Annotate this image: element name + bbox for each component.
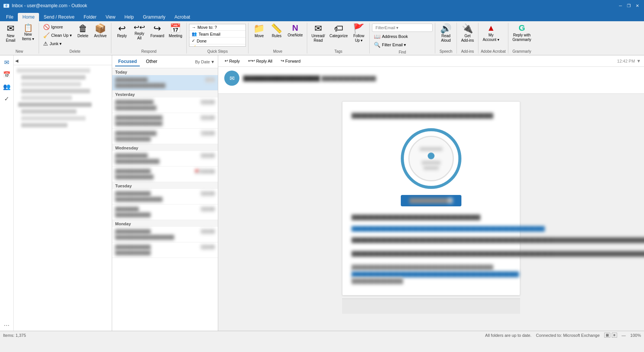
delete-button[interactable]: 🗑 Delete [75, 23, 91, 48]
new-items-button[interactable]: 📋 NewItems ▾ [20, 23, 36, 48]
reading-view-button[interactable]: ⊞ [604, 333, 610, 338]
email-time: 9:20 AM [201, 207, 215, 212]
email-item[interactable]: ████████████ 9:44 AM ████████████████ [112, 189, 218, 204]
email-sender: ████████████ [115, 169, 151, 173]
rp-forward-button[interactable]: ↪ Forward [277, 57, 304, 65]
email-item[interactable]: ███████████ 12:11 █████████████████ [112, 75, 218, 91]
nav-mail-button[interactable]: ✉ [2, 57, 12, 68]
email-item[interactable]: █████████████ 8:44 AM ██████████████ [112, 97, 218, 113]
title-bar-title: Inbox - user@example.com - Outlook [12, 3, 87, 8]
minimize-button[interactable]: ─ [617, 2, 624, 9]
tab-focused[interactable]: Focused [115, 57, 140, 66]
email-subject: ████████████████ [115, 121, 163, 126]
onenote-button[interactable]: N OneNote [286, 23, 305, 48]
find-group-label: Find [372, 49, 433, 54]
tab-other[interactable]: Other [143, 57, 160, 66]
reply-all-button[interactable]: ↩↩ ReplyAll [131, 23, 148, 48]
tab-acrobat[interactable]: Acrobat [170, 13, 195, 21]
tab-send-receive[interactable]: Send / Receive [39, 13, 79, 21]
nav-more-button[interactable]: … [2, 319, 12, 329]
move-button[interactable]: 📁 Move [251, 23, 267, 48]
close-button[interactable]: ✕ [633, 2, 641, 9]
meeting-button[interactable]: 📅 Meeting [167, 23, 184, 48]
qs-reply-delete[interactable]: ⚡Reply & Delete [189, 44, 245, 47]
reading-pane-content[interactable]: ████████████████████████████████████████… [218, 94, 644, 331]
my-account-button[interactable]: ▲ MyAccount ▾ [481, 23, 501, 48]
archive-button[interactable]: 📦 Archive [92, 23, 109, 48]
search-people-input[interactable] [372, 24, 433, 32]
archive-icon: 📦 [95, 24, 106, 33]
email-item[interactable]: ████████████ 9:44 AM ███████████████████… [112, 227, 218, 242]
nav-calendar-button[interactable]: 📅 [2, 69, 12, 80]
rp-reply-button[interactable]: ↩ Reply [221, 57, 243, 65]
junk-icon: ⚠ [43, 41, 48, 47]
email-item-row: ███████████ 9:44 AM [115, 153, 215, 159]
qs-team-email[interactable]: 👥Team Email [189, 31, 245, 38]
address-book-button[interactable]: 📖 Address Book [372, 33, 410, 40]
nav-people-button[interactable]: 👥 [2, 81, 12, 92]
rp-reply-all-button[interactable]: ↩↩ Reply All [245, 57, 276, 65]
grammarly-group-label: Grammarly [511, 49, 533, 53]
expand-email-button[interactable]: ▼ [636, 58, 641, 64]
filter-email-button[interactable]: 🔍 Filter Email ▾ [372, 41, 408, 49]
rp-forward-label: Forward [285, 59, 300, 63]
email-items: Today ███████████ 12:11 ████████████████… [112, 68, 218, 331]
tab-view[interactable]: View [101, 13, 120, 21]
badge-text-2 [422, 161, 441, 165]
new-items-icon: 📋 [23, 24, 33, 31]
email-item[interactable]: ██████████████ 7:44 AM ████████████ [112, 129, 218, 144]
tab-help[interactable]: Help [120, 13, 139, 21]
email-body-para2: ████████████████████████████████████████… [352, 250, 644, 257]
email-item[interactable]: ████████████ 9:20 AM ████████████ [112, 242, 218, 258]
email-item[interactable]: ████████████ 🚩9:20 AM █████████████ [112, 167, 218, 182]
forward-button[interactable]: ↪ Forward [148, 23, 166, 48]
ribbon-group-respond: ↩ Reply ↩↩ ReplyAll ↪ Forward 📅 Meeting … [111, 23, 187, 53]
tab-file[interactable]: File [2, 13, 18, 21]
email-link-1[interactable]: ████████████████████████████████████████… [352, 226, 545, 231]
email-header: ✉ ██████████████████████ ███████████████… [218, 67, 644, 94]
email-item[interactable]: ████████ 9:20 AM ████████████ [112, 204, 218, 220]
new-email-label: NewEmail [6, 34, 15, 43]
read-aloud-button[interactable]: 🔊 ReadAloud [438, 23, 454, 48]
email-subject-area: ██████████████████████ █████████████████ [243, 75, 565, 81]
unread-read-icon: ✉ [314, 24, 322, 33]
email-list-header: Focused Other By Date ▼ [112, 55, 218, 68]
tab-home[interactable]: Home [18, 13, 39, 21]
ribbon-group-new: ✉ NewEmail 📋 NewItems ▾ New [0, 23, 39, 53]
respond-group-label: Respond [114, 49, 184, 53]
email-time: 7:44 AM [201, 131, 215, 136]
reply-grammarly-button[interactable]: G Reply withGrammarly [511, 23, 533, 48]
compact-view-button[interactable]: ≡ [612, 333, 617, 338]
onenote-icon: N [292, 24, 298, 32]
email-item-row: ████████████ 9:44 AM [115, 191, 215, 196]
categorize-button[interactable]: 🏷 Categorize [328, 23, 350, 48]
badge-ring [401, 128, 461, 189]
restore-button[interactable]: ❐ [625, 2, 633, 9]
folder-tree[interactable]: ◀ [14, 55, 112, 331]
tab-folder[interactable]: Folder [79, 13, 101, 21]
get-add-ins-button[interactable]: 🔌 GetAdd-ins [459, 23, 476, 48]
junk-button[interactable]: ⚠ Junk ▾ [41, 40, 74, 47]
ribbon-group-delete: 🚫 Ignore 🧹 Clean Up ▾ ⚠ Junk ▾ 🗑 Delete … [39, 23, 111, 53]
ignore-button[interactable]: 🚫 Ignore [41, 23, 74, 31]
reply-all-label: ReplyAll [134, 31, 144, 41]
cta-button[interactable]: ████████████ ▶ [401, 195, 461, 206]
email-link-2[interactable]: ████████████████████████████████████████… [352, 271, 519, 278]
reply-button[interactable]: ↩ Reply [114, 23, 130, 48]
new-email-button[interactable]: ✉ NewEmail [2, 23, 19, 48]
clean-up-button[interactable]: 🧹 Clean Up ▾ [41, 31, 74, 39]
cta-label: ████████████ ▶ [410, 198, 453, 203]
email-item[interactable]: ████████████████ 8:31 AM ███████████████… [112, 113, 218, 129]
follow-up-button[interactable]: 🚩 FollowUp ▾ [350, 23, 367, 48]
email-item[interactable]: ███████████ 9:44 AM ███████████████ [112, 151, 218, 167]
qs-done[interactable]: ✓Done [189, 38, 245, 44]
unread-read-button[interactable]: ✉ Unread/Read [309, 23, 327, 48]
reply-all-icon: ↩↩ [134, 24, 145, 31]
content-area: ✉ 📅 👥 ✓ … ◀ Focused Other [0, 55, 644, 331]
qs-move-to[interactable]: →Move to: ? [189, 24, 245, 31]
sort-by-date-button[interactable]: By Date ▼ [195, 60, 215, 64]
tab-grammarly[interactable]: Grammarly [138, 13, 170, 21]
nav-tasks-button[interactable]: ✓ [2, 93, 12, 104]
collapse-folders-button[interactable]: ◀ [14, 57, 112, 65]
rules-button[interactable]: 📏 Rules [268, 23, 285, 48]
